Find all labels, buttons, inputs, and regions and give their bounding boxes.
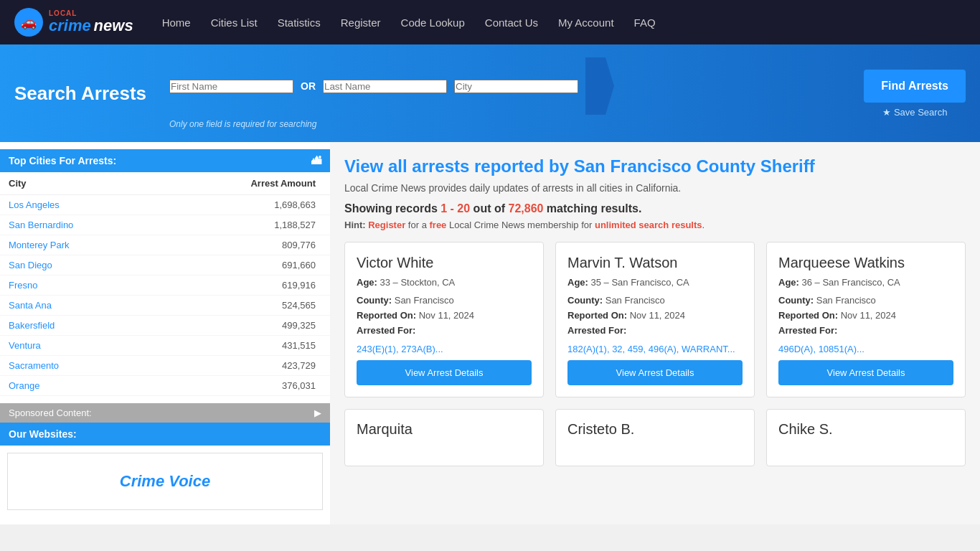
partial-arrest-card: Cristeto B. xyxy=(555,409,755,466)
city-name-cell[interactable]: Fresno xyxy=(0,276,159,296)
save-search-link[interactable]: ★ Save Search xyxy=(882,107,947,118)
arrest-name: Victor White xyxy=(357,254,532,271)
nav-link-home[interactable]: Home xyxy=(162,17,191,29)
hint-mid: for a xyxy=(405,220,429,230)
hint-line: Hint: Register for a free Local Crime Ne… xyxy=(344,220,966,230)
search-bar: Search Arrests OR Only one field is requ… xyxy=(0,44,980,142)
first-name-input[interactable] xyxy=(169,80,293,93)
or-label: OR xyxy=(301,80,316,92)
arrest-age: Age: 35 – San Francisco, CA xyxy=(567,277,743,288)
sponsored-section: Sponsored Content: ▶ xyxy=(0,403,330,423)
city-table: City Arrest Amount Los Angeles 1,698,663… xyxy=(0,172,330,396)
table-row: San Bernardino 1,188,527 xyxy=(0,215,330,235)
nav-link-cities-list[interactable]: Cities List xyxy=(211,17,258,29)
play-icon[interactable]: ▶ xyxy=(314,408,321,418)
nav-item-statistics[interactable]: Statistics xyxy=(278,17,321,29)
city-name-cell[interactable]: Monterey Park xyxy=(0,235,159,255)
save-search-label: Save Search xyxy=(894,107,947,118)
nav-item-home[interactable]: Home xyxy=(162,17,191,29)
arrest-count-cell: 376,031 xyxy=(159,376,330,396)
logo-text: LOCAL crime news xyxy=(49,9,133,34)
nav-link-statistics[interactable]: Statistics xyxy=(278,17,321,29)
arrest-age: Age: 33 – Stockton, CA xyxy=(357,277,532,288)
arrest-name: Marvin T. Watson xyxy=(567,254,743,271)
city-input[interactable] xyxy=(454,80,578,93)
last-name-input[interactable] xyxy=(323,80,447,93)
city-name-cell[interactable]: Ventura xyxy=(0,336,159,356)
partial-arrest-card: Marquita xyxy=(344,409,544,466)
arrest-charges: 243(E)(1), 273A(B)... xyxy=(357,344,532,354)
nav-item-register[interactable]: Register xyxy=(341,17,381,29)
table-row: Ventura 431,515 xyxy=(0,336,330,356)
main-content: Top Cities For Arrests: 🏙 City Arrest Am… xyxy=(0,142,980,524)
city-name-cell[interactable]: Santa Ana xyxy=(0,296,159,316)
nav-item-cities-list[interactable]: Cities List xyxy=(211,17,258,29)
find-arrests-button[interactable]: Find Arrests xyxy=(864,70,966,103)
arrest-card: Marvin T. Watson Age: 35 – San Francisco… xyxy=(555,242,755,397)
city-name-cell[interactable]: Bakersfield xyxy=(0,316,159,336)
city-icon: 🏙 xyxy=(311,155,321,166)
city-name-cell[interactable]: San Bernardino xyxy=(0,215,159,235)
arrest-charges: 182(A)(1), 32, 459, 496(A), WARRANT... xyxy=(567,344,743,354)
view-arrest-details-button[interactable]: View Arrest Details xyxy=(567,360,743,385)
logo-news-label: news xyxy=(94,17,133,34)
logo-icon: 🚗 xyxy=(14,8,43,37)
arrest-count-cell: 619,916 xyxy=(159,276,330,296)
arrest-count-cell: 431,515 xyxy=(159,336,330,356)
total-count: 72,860 xyxy=(508,202,543,215)
crime-voice-box[interactable]: Crime Voice xyxy=(7,453,323,510)
partial-arrest-card: Chike S. xyxy=(766,409,966,466)
register-link[interactable]: Register xyxy=(368,220,405,230)
our-websites-title: Our Websites: xyxy=(0,423,330,446)
arrest-count-cell: 691,660 xyxy=(159,255,330,276)
arrest-details: County: San Francisco Reported On: Nov 1… xyxy=(357,293,532,338)
partial-arrest-name: Chike S. xyxy=(778,421,953,438)
nav-link-code-lookup[interactable]: Code Lookup xyxy=(401,17,465,29)
nav-item-my-account[interactable]: My Account xyxy=(558,17,614,29)
nav-link-my-account[interactable]: My Account xyxy=(558,17,614,29)
unlimited-label: unlimited search results xyxy=(595,220,702,230)
showing-range: 1 - 20 xyxy=(440,202,470,215)
arrest-count-cell: 423,729 xyxy=(159,356,330,376)
city-name-cell[interactable]: Sacramento xyxy=(0,356,159,376)
hint-end: . xyxy=(702,220,705,230)
logo[interactable]: 🚗 LOCAL crime news xyxy=(14,8,133,37)
sidebar: Top Cities For Arrests: 🏙 City Arrest Am… xyxy=(0,142,330,524)
star-icon: ★ xyxy=(882,107,891,118)
crime-voice-label: Crime Voice xyxy=(120,472,210,491)
showing-mid: out of xyxy=(470,202,508,215)
nav-link-faq[interactable]: FAQ xyxy=(634,17,656,29)
city-name-cell[interactable]: Orange xyxy=(0,376,159,396)
city-name-cell[interactable]: Los Angeles xyxy=(0,195,159,215)
hint-mid2: Local Crime News membership for xyxy=(446,220,595,230)
arrest-name: Marqueese Watkins xyxy=(778,254,953,271)
nav-item-contact-us[interactable]: Contact Us xyxy=(485,17,538,29)
table-row: Orange 376,031 xyxy=(0,376,330,396)
arrest-charges: 496D(A), 10851(A)... xyxy=(778,344,953,354)
nav-link-register[interactable]: Register xyxy=(341,17,381,29)
arrest-cards-grid: Victor White Age: 33 – Stockton, CA Coun… xyxy=(344,242,966,397)
nav-item-faq[interactable]: FAQ xyxy=(634,17,656,29)
nav-link-contact-us[interactable]: Contact Us xyxy=(485,17,538,29)
arrest-card: Victor White Age: 33 – Stockton, CA Coun… xyxy=(344,242,544,397)
arrest-details: County: San Francisco Reported On: Nov 1… xyxy=(778,293,953,338)
table-row: Santa Ana 524,565 xyxy=(0,296,330,316)
inputs-row: OR xyxy=(169,57,607,115)
table-row: Bakersfield 499,325 xyxy=(0,316,330,336)
arrest-count-cell: 1,698,663 xyxy=(159,195,330,215)
table-row: Los Angeles 1,698,663 xyxy=(0,195,330,215)
city-name-cell[interactable]: San Diego xyxy=(0,255,159,276)
city-col-header: City xyxy=(0,172,159,195)
arrest-card: Marqueese Watkins Age: 36 – San Francisc… xyxy=(766,242,966,397)
view-arrest-details-button[interactable]: View Arrest Details xyxy=(357,360,532,385)
arrest-details: County: San Francisco Reported On: Nov 1… xyxy=(567,293,743,338)
view-arrest-details-button[interactable]: View Arrest Details xyxy=(778,360,953,385)
table-row: Fresno 619,916 xyxy=(0,276,330,296)
search-hint: Only one field is required for searching xyxy=(169,119,607,129)
search-title: Search Arrests xyxy=(14,83,158,105)
sponsored-label: Sponsored Content: xyxy=(9,408,92,418)
showing-prefix: Showing records xyxy=(344,202,440,215)
arrest-age: Age: 36 – San Francisco, CA xyxy=(778,277,953,288)
nav-item-code-lookup[interactable]: Code Lookup xyxy=(401,17,465,29)
partial-arrest-name: Marquita xyxy=(357,421,532,438)
